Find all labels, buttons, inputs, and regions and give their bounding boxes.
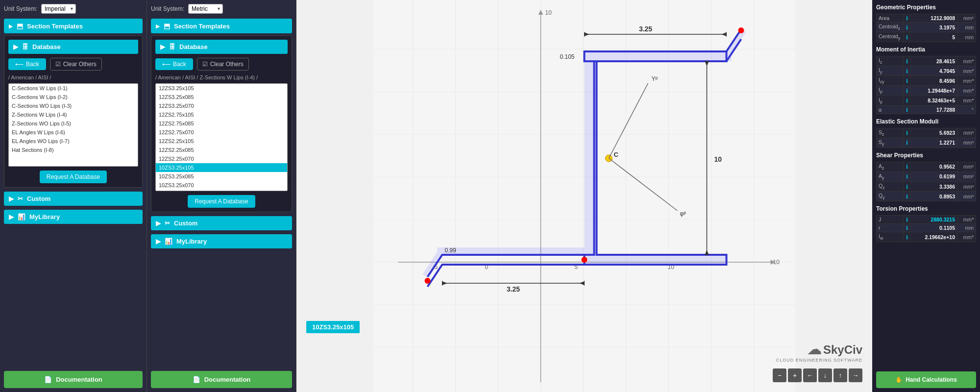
prop-centroid-y-name: Centroidy [877, 32, 904, 42]
database-header-center[interactable]: ▶ 🗄 Database [155, 40, 288, 54]
pan-up-button[interactable]: ↑ [833, 368, 847, 382]
prop-centroid-z-value: 3.1975 [910, 23, 957, 32]
list-item[interactable]: 12ZS3.25x070 [156, 101, 287, 110]
custom-icon-center: ✂ [165, 220, 170, 227]
prop-centroid-y-unit: mm [957, 32, 976, 42]
prop-j-name: J [877, 216, 904, 224]
request-db-button-center[interactable]: Request A Database [188, 195, 255, 208]
prop-ay-unit: mm² [957, 172, 976, 181]
prop-row-qy: Qy ℹ 0.8953 mm³ [877, 192, 976, 201]
list-item[interactable]: 12ZS2.75x105 [156, 110, 287, 119]
documentation-button-center[interactable]: 📄 Documentation [151, 371, 292, 388]
mylibrary-row-left[interactable]: ▶ 📊 MyLibrary [4, 210, 143, 224]
geo-properties-table: Area ℹ 1212.9008 mm² Centroidz ℹ 3.1975 … [876, 14, 976, 42]
prop-centroid-z-name: Centroidz [877, 23, 904, 32]
database-header-left[interactable]: ▶ 🗄 Database [8, 40, 138, 54]
back-button-left[interactable]: ⟵ Back [8, 58, 46, 70]
section-templates-header-left[interactable]: ▶ ⬒ Section Templates [4, 19, 143, 33]
list-item[interactable]: C-Sections W Lips (I-1) [9, 84, 138, 93]
prop-alpha-unit: ° [957, 105, 976, 114]
prop-sy-info: ℹ [904, 138, 910, 147]
prop-az-unit: mm² [957, 162, 976, 172]
list-item[interactable]: 12ZS2.75x070 [156, 128, 287, 137]
list-item[interactable]: Z-Sections W Lips (I-4) [9, 110, 138, 119]
unit-select-wrapper-left[interactable]: Imperial Metric [41, 4, 76, 14]
list-item[interactable]: 10ZS3.25x065 [156, 190, 287, 191]
prop-centroid-y-value: 5 [910, 32, 957, 42]
documentation-button-left[interactable]: 📄 Documentation [4, 371, 143, 388]
pan-down-button[interactable]: ↓ [818, 368, 832, 382]
list-item[interactable]: EL Angles W Lips (I-6) [9, 128, 138, 137]
list-box-center[interactable]: 12ZS3.25x105 12ZS3.25x085 12ZS3.25x070 1… [155, 83, 288, 191]
list-item[interactable]: 12ZS2.75x085 [156, 119, 287, 128]
db-arrow-left: ▶ [13, 43, 18, 50]
clear-button-left[interactable]: ☑ Clear Others [50, 58, 102, 71]
list-item-selected[interactable]: 10ZS3.25x105 [156, 163, 287, 172]
mylibrary-label-center: MyLibrary [176, 238, 207, 245]
list-item[interactable]: 12ZS3.25x105 [156, 84, 287, 93]
list-item[interactable]: 12ZS2.25x085 [156, 146, 287, 154]
unit-select-wrapper-center[interactable]: Metric Imperial [188, 4, 223, 14]
point-top-right [738, 27, 744, 33]
mylibrary-label-left: MyLibrary [29, 213, 60, 220]
prop-row-centroid-y: Centroidy ℹ 5 mm [877, 32, 976, 42]
list-item[interactable]: 12ZS2.25x105 [156, 137, 287, 146]
back-button-center[interactable]: ⟵ Back [155, 58, 193, 70]
list-item[interactable]: 12ZS2.25x070 [156, 154, 287, 163]
custom-icon-left: ✂ [18, 195, 23, 202]
prop-row-centroid-z: Centroidz ℹ 3.1975 mm [877, 23, 976, 32]
unit-system-row-left: Unit System: Imperial Metric [4, 4, 143, 14]
unit-select-center[interactable]: Metric Imperial [188, 4, 223, 14]
prop-ip2-value: 8.32463e+5 [910, 96, 957, 105]
section-templates-header-center[interactable]: ▶ ⬒ Section Templates [151, 19, 292, 33]
hand-calc-button[interactable]: ✋ Hand Calculations [876, 371, 976, 388]
custom-arrow-left: ▶ [9, 195, 14, 202]
prop-area-unit: mm² [957, 14, 976, 23]
pan-right-button[interactable]: → [849, 368, 862, 382]
list-item[interactable]: 10ZS3.25x070 [156, 181, 287, 190]
section-canvas[interactable]: 10 10 -5 0 5 10 C Yp φp [296, 0, 872, 392]
prop-area-value: 1212.9008 [910, 14, 957, 23]
zoom-out-button[interactable]: − [773, 368, 786, 382]
custom-row-left[interactable]: ▶ ✂ Custom [4, 192, 143, 206]
clear-button-center[interactable]: ☑ Clear Others [197, 58, 249, 71]
request-db-button-left[interactable]: Request A Database [40, 171, 107, 183]
prop-izy-unit: mm⁴ [957, 76, 976, 86]
prop-alpha-value: 17.7288 [910, 105, 957, 114]
svg-text:10: 10 [714, 155, 722, 163]
svg-text:3.25: 3.25 [639, 25, 652, 33]
database-label-left: Database [32, 43, 61, 50]
doc-icon-left: 📄 [44, 376, 52, 383]
unit-select-left[interactable]: Imperial Metric [41, 4, 76, 14]
list-item[interactable]: EL Angles WO Lips (I-7) [9, 137, 138, 146]
custom-row-center[interactable]: ▶ ✂ Custom [151, 216, 292, 230]
right-panel: Geometric Properties Area ℹ 1212.9008 mm… [872, 0, 980, 392]
prop-r-info: ℹ [904, 224, 910, 232]
logo-text: ☁ SkyCiv [808, 342, 862, 358]
list-item[interactable]: Z-Sections WO Lips (I-5) [9, 119, 138, 128]
list-item[interactable]: Hat Sections (I-8) [9, 146, 138, 154]
breadcrumb-left: / American / AISI / [8, 74, 138, 80]
db-icon-center: 🗄 [169, 43, 175, 50]
left-panel: Unit System: Imperial Metric ▶ ⬒ Section… [0, 0, 147, 392]
prop-row-iz: Iz ℹ 28.4615 mm⁴ [877, 56, 976, 66]
prop-iy-unit: mm⁴ [957, 66, 976, 76]
database-label-center: Database [179, 43, 208, 50]
shear-title: Shear Properties [876, 152, 976, 159]
mylibrary-row-center[interactable]: ▶ 📊 MyLibrary [151, 234, 292, 248]
section-templates-label-center: Section Templates [174, 23, 230, 30]
list-box-left[interactable]: C-Sections W Lips (I-1) C-Sections W Lip… [8, 83, 138, 167]
zoom-in-button[interactable]: + [788, 368, 802, 382]
back-icon-center: ⟵ [162, 61, 171, 68]
prop-iz-info: ℹ [904, 56, 910, 66]
pan-left-button[interactable]: ← [803, 368, 817, 382]
list-item[interactable]: C-Sections WO Lips (I-3) [9, 101, 138, 110]
list-item[interactable]: 10ZS3.25x085 [156, 172, 287, 181]
elastic-properties-table: Sz ℹ 5.6923 mm³ Sy ℹ 1.2271 mm³ [876, 128, 976, 148]
check-icon-center: ☑ [202, 61, 208, 68]
database-block-left: ▶ 🗄 Database ⟵ Back ☑ Clear Others / Ame… [4, 35, 143, 188]
prop-row-izy: Izy ℹ 8.4596 mm⁴ [877, 76, 976, 86]
prop-row-ip2: Ip ℹ 8.32463e+5 mm⁴ [877, 96, 976, 105]
list-item[interactable]: 12ZS3.25x085 [156, 93, 287, 101]
list-item[interactable]: C-Sections W Lips (I-2) [9, 93, 138, 101]
